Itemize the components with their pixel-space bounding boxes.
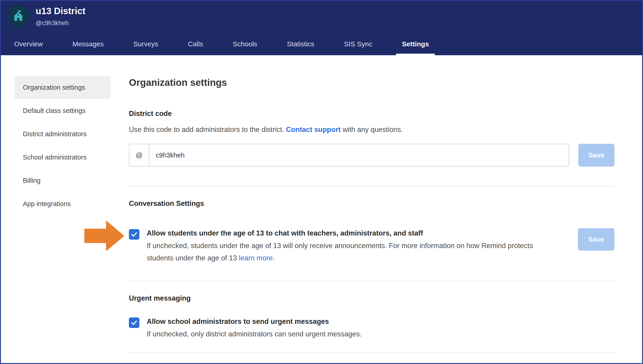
- district-code-desc-suffix: with any questions.: [341, 126, 403, 134]
- sidebar-item-organization-settings[interactable]: Organization settings: [15, 76, 111, 99]
- nav-tab-schools[interactable]: Schools: [233, 40, 257, 55]
- learn-more-link[interactable]: learn more: [239, 254, 273, 262]
- u13-chat-setting-text: Allow students under the age of 13 to ch…: [147, 228, 578, 264]
- org-handle: @c9h3kheh: [36, 20, 69, 27]
- urgent-messaging-description: If unchecked, only district administrato…: [147, 328, 549, 340]
- urgent-messaging-label: Allow school administrators to send urge…: [147, 318, 601, 326]
- top-nav: Overview Messages Surveys Calls Schools …: [14, 40, 429, 55]
- u13-chat-label: Allow students under the age of 13 to ch…: [147, 229, 564, 237]
- u13-chat-setting-row: Allow students under the age of 13 to ch…: [129, 228, 614, 264]
- u13-chat-desc-prefix: If unchecked, students under the age of …: [147, 242, 533, 262]
- nav-tab-statistics[interactable]: Statistics: [287, 40, 314, 55]
- page-title: Organization settings: [129, 77, 614, 88]
- nav-tab-surveys[interactable]: Surveys: [133, 40, 158, 55]
- conversation-settings-heading: Conversation Settings: [129, 200, 614, 208]
- at-prefix: @: [129, 144, 149, 166]
- conversation-settings-save-button[interactable]: Save: [578, 228, 614, 250]
- district-code-save-button[interactable]: Save: [578, 144, 614, 166]
- sidebar-item-app-integrations[interactable]: App integrations: [15, 192, 111, 216]
- urgent-messaging-checkbox[interactable]: [129, 318, 139, 328]
- district-code-description: Use this code to add administrators to t…: [129, 126, 614, 134]
- u13-chat-description: If unchecked, students under the age of …: [147, 240, 549, 264]
- urgent-messaging-setting-text: Allow school administrators to send urge…: [147, 316, 614, 340]
- checkmark-icon: [130, 231, 138, 238]
- divider: [129, 281, 614, 282]
- district-code-heading: District code: [129, 110, 614, 118]
- settings-sidebar: Organization settings Default class sett…: [15, 76, 111, 216]
- school-building-icon: [11, 9, 25, 23]
- urgent-messaging-setting-row: Allow school administrators to send urge…: [129, 316, 614, 340]
- district-code-row: @ Save: [129, 144, 614, 166]
- contact-support-link[interactable]: Contact support: [286, 126, 340, 134]
- sidebar-item-billing[interactable]: Billing: [15, 169, 111, 192]
- nav-tab-calls[interactable]: Calls: [188, 40, 203, 55]
- district-code-desc-prefix: Use this code to add administrators to t…: [129, 126, 286, 134]
- header-bar: u13 District @c9h3kheh Overview Messages…: [1, 1, 642, 55]
- main-content: Organization settings District code Use …: [129, 74, 614, 353]
- sidebar-item-district-administrators[interactable]: District administrators: [15, 122, 111, 146]
- nav-tab-settings[interactable]: Settings: [402, 40, 429, 55]
- sidebar-item-default-class-settings[interactable]: Default class settings: [15, 99, 111, 122]
- u13-chat-checkbox[interactable]: [129, 229, 139, 240]
- sidebar-item-school-administrators[interactable]: School administrators: [15, 146, 111, 169]
- u13-chat-desc-suffix: .: [273, 254, 275, 262]
- nav-tab-messages[interactable]: Messages: [72, 40, 104, 55]
- org-name: u13 District: [36, 6, 85, 16]
- district-code-input[interactable]: [149, 144, 569, 166]
- divider: [129, 186, 614, 187]
- settings-page: u13 District @c9h3kheh Overview Messages…: [0, 0, 643, 364]
- org-avatar: [7, 5, 29, 27]
- divider: [129, 352, 614, 353]
- checkmark-icon: [130, 319, 138, 326]
- annotation-arrow-icon: [84, 220, 124, 251]
- nav-tab-sis-sync[interactable]: SIS Sync: [344, 40, 372, 55]
- urgent-messaging-heading: Urgent messaging: [129, 294, 614, 302]
- nav-tab-overview[interactable]: Overview: [14, 40, 43, 55]
